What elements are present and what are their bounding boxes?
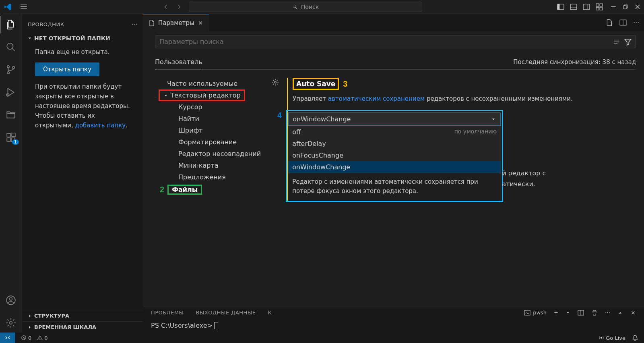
option-afterdelay[interactable]: afterDelay — [288, 138, 501, 150]
account-icon — [6, 295, 16, 306]
settings-search-box[interactable] — [155, 35, 636, 48]
minimize-icon[interactable] — [611, 4, 616, 9]
add-folder-link[interactable]: добавить папку — [75, 122, 126, 129]
timeline-section[interactable]: ВРЕМЕННАЯ ШКАЛА — [22, 321, 143, 333]
svg-rect-8 — [600, 4, 603, 6]
close-icon[interactable] — [635, 4, 640, 9]
chevron-down-icon[interactable] — [566, 310, 570, 315]
no-folder-section-header[interactable]: НЕТ ОТКРЫТОЙ ПАПКИ — [27, 33, 138, 44]
tree-files[interactable]: Файлы — [167, 185, 202, 195]
settings-search-input[interactable] — [159, 38, 613, 46]
sync-status-text: Последняя синхронизация: 38 с назад — [513, 58, 636, 66]
tree-text-editor[interactable]: Текстовый редактор — [159, 89, 245, 101]
svg-line-14 — [12, 48, 15, 51]
tree-find[interactable]: Найти — [167, 113, 288, 125]
layout-panel-right-icon[interactable] — [583, 3, 590, 10]
settings-tree: Часто используемые 1 Текстовый редактор … — [155, 78, 288, 307]
svg-rect-11 — [611, 6, 616, 7]
setting-gear-icon[interactable] — [272, 79, 279, 86]
auto-save-description: Управляет автоматическим сохранением ред… — [293, 94, 636, 104]
svg-point-17 — [12, 67, 14, 69]
split-terminal-icon[interactable] — [578, 310, 584, 316]
bottom-panel: ПРОБЛЕМЫ ВЫХОДНЫЕ ДАННЫЕ К pwsh + ⋯ — [143, 307, 644, 333]
settings-activity[interactable] — [5, 317, 17, 328]
option-onwindowchange[interactable]: onWindowChange — [288, 161, 501, 173]
tree-diff-editor[interactable]: Редактор несовпадений — [167, 148, 288, 160]
outline-section[interactable]: СТРУКТУРА — [22, 310, 143, 321]
search-activity[interactable] — [5, 42, 17, 53]
svg-point-15 — [7, 66, 9, 68]
auto-save-dropdown-wrap: onWindowChange off по умолчанию afterDel… — [286, 110, 503, 202]
option-off[interactable]: off по умолчанию — [288, 126, 501, 138]
nav-back-icon[interactable] — [162, 3, 169, 10]
vscode-logo-icon — [4, 3, 12, 11]
svg-rect-12 — [623, 6, 627, 9]
play-bug-icon — [6, 87, 16, 98]
sidebar-more-icon[interactable]: ⋯ — [131, 21, 137, 28]
annotation-1: 1 — [155, 91, 155, 100]
accounts-activity[interactable] — [5, 295, 17, 306]
explorer-activity[interactable] — [5, 19, 17, 30]
user-scope-tab[interactable]: Пользователь — [155, 55, 202, 69]
warnings-count[interactable]: 0 — [37, 335, 47, 341]
layout-panel-bottom-icon[interactable] — [570, 3, 577, 10]
editor-tabs: Параметры ⋯ — [143, 14, 644, 31]
clear-search-icon[interactable] — [613, 38, 620, 46]
activity-bar: 1 — [0, 14, 22, 333]
maximize-icon[interactable] — [623, 4, 628, 9]
panel-output-tab[interactable]: ВЫХОДНЫЕ ДАННЫЕ — [196, 310, 256, 316]
tree-suggestions[interactable]: Предложения — [167, 171, 288, 183]
svg-rect-9 — [596, 7, 599, 10]
folder-activity[interactable] — [5, 109, 17, 121]
annotation-2: 2 — [160, 185, 164, 194]
trash-icon[interactable] — [591, 310, 598, 316]
panel-console-tab[interactable]: К — [268, 310, 272, 316]
close-panel-icon[interactable] — [630, 310, 636, 316]
notifications-icon[interactable] — [632, 335, 638, 341]
split-editor-icon[interactable] — [619, 19, 627, 26]
chevron-right-icon — [27, 313, 33, 319]
global-search-box[interactable]: Поиск — [189, 2, 422, 12]
extensions-badge: 1 — [12, 139, 19, 145]
remote-button[interactable] — [0, 333, 15, 343]
layout-panel-left-icon[interactable] — [557, 3, 564, 10]
panel-more-icon[interactable]: ⋯ — [605, 310, 610, 316]
new-terminal-icon[interactable]: + — [554, 310, 558, 316]
run-debug-activity[interactable] — [5, 87, 17, 98]
maximize-panel-icon[interactable] — [617, 310, 623, 316]
filter-icon[interactable] — [624, 38, 632, 46]
open-changes-icon[interactable] — [606, 19, 613, 26]
annotation-3: 3 — [343, 79, 347, 89]
hamburger-menu-icon[interactable] — [20, 3, 27, 10]
tree-formatting[interactable]: Форматирование — [167, 136, 288, 148]
tree-cursor[interactable]: Курсор — [167, 101, 288, 113]
errors-count[interactable]: 0 — [21, 335, 31, 341]
source-control-activity[interactable] — [5, 64, 17, 75]
svg-point-24 — [10, 298, 12, 301]
terminal-shell-label[interactable]: pwsh — [524, 310, 547, 316]
option-onfocuschange[interactable]: onFocusChange — [288, 150, 501, 161]
terminal-content[interactable]: PS C:\Users\alexe> — [143, 318, 644, 333]
tab-more-icon[interactable]: ⋯ — [633, 19, 639, 26]
tree-font[interactable]: Шрифт — [167, 125, 288, 136]
panel-problems-tab[interactable]: ПРОБЛЕМЫ — [151, 310, 184, 316]
truncated-bg-text: й редактор с атически. — [502, 168, 574, 189]
svg-rect-32 — [524, 310, 530, 315]
svg-rect-20 — [7, 138, 10, 141]
go-live-button[interactable]: Go Live — [599, 335, 625, 341]
chevron-down-icon — [163, 93, 169, 98]
extensions-activity[interactable]: 1 — [5, 132, 17, 143]
tree-frequently-used[interactable]: Часто используемые — [167, 78, 288, 89]
annotation-4: 4 — [277, 111, 282, 120]
auto-save-dropdown[interactable]: onWindowChange — [288, 112, 501, 126]
open-folder-button[interactable]: Открыть папку — [35, 62, 99, 76]
svg-rect-22 — [12, 133, 15, 137]
sidebar-title: ПРОВОДНИК — [28, 21, 64, 27]
auto-save-link[interactable]: автоматическим сохранением — [328, 95, 425, 102]
editor-area: Параметры ⋯ Пользователь Последняя синхр… — [143, 14, 644, 333]
nav-forward-icon[interactable] — [175, 3, 183, 10]
tree-minimap[interactable]: Мини-карта — [167, 160, 288, 171]
layout-customize-icon[interactable] — [596, 3, 603, 10]
close-tab-icon[interactable] — [198, 20, 203, 26]
settings-tab[interactable]: Параметры — [143, 14, 209, 31]
